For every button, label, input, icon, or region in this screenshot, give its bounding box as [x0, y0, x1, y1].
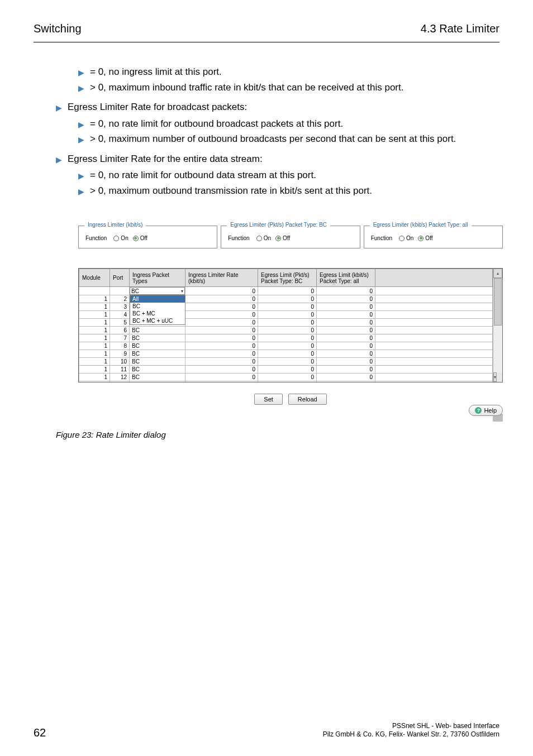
table-row[interactable]: BC▾ AllBCBC + MCBC + MC + uUC 0 0 0: [79, 287, 493, 295]
cell-ingress-type[interactable]: BC: [130, 327, 185, 334]
vertical-scrollbar[interactable]: ▴ ▾: [493, 269, 502, 382]
set-button[interactable]: Set: [254, 394, 283, 405]
section-heading: ▶ Egress Limiter Rate for the entire dat…: [56, 152, 499, 166]
cell-module: 1: [79, 303, 110, 311]
radio-off[interactable]: Off: [418, 235, 432, 241]
cell-ingress-type[interactable]: BC: [130, 374, 185, 381]
cell-egress-all[interactable]: 0: [317, 342, 375, 350]
cell-egress-bc[interactable]: 0: [258, 350, 317, 358]
table-row[interactable]: 1 10 BC 0 0 0: [79, 358, 493, 366]
cell-ingress-rate[interactable]: 0: [185, 311, 258, 319]
table-row[interactable]: 1 13 BC 0 0 0: [79, 381, 493, 383]
cell-ingress-rate[interactable]: 0: [185, 334, 258, 342]
cell-egress-bc[interactable]: 0: [258, 287, 317, 295]
cell-ingress-rate[interactable]: 0: [185, 287, 258, 295]
dialog-screenshot: Ingress Limiter (kbit/s) Function On Off…: [78, 226, 503, 422]
bullet-text: > 0, maximum outbound transmission rate …: [90, 184, 372, 198]
cell-egress-bc[interactable]: 0: [258, 311, 317, 319]
egress-all-group: Egress Limiter (kbit/s) Packet Type: all…: [364, 226, 503, 248]
table-row[interactable]: 1 6 BC 0 0 0: [79, 327, 493, 334]
cell-egress-all[interactable]: 0: [317, 327, 375, 334]
cell-ingress-type[interactable]: BC: [130, 350, 185, 358]
cell-egress-bc[interactable]: 0: [258, 295, 317, 303]
cell-spacer: [375, 319, 493, 327]
cell-egress-all[interactable]: 0: [317, 381, 375, 383]
radio-off[interactable]: Off: [133, 235, 147, 241]
ingress-type-dropdown[interactable]: BC▾ AllBCBC + MCBC + MC + uUC: [130, 287, 185, 295]
cell-egress-all[interactable]: 0: [317, 374, 375, 381]
cell-port: [110, 287, 130, 295]
dropdown-option[interactable]: BC + MC + uUC: [130, 317, 185, 324]
bullet-arrow-icon: ▶: [56, 154, 62, 166]
dropdown-option[interactable]: BC + MC: [130, 310, 185, 317]
help-button[interactable]: ? Help: [469, 405, 503, 416]
cell-ingress-rate[interactable]: 0: [185, 319, 258, 327]
cell-ingress-type[interactable]: BC: [130, 334, 185, 342]
cell-egress-bc[interactable]: 0: [258, 303, 317, 311]
col-ingress-type[interactable]: Ingress Packet Types: [130, 269, 185, 287]
bullet-arrow-icon: ▶: [56, 102, 62, 114]
cell-ingress-rate[interactable]: 0: [185, 303, 258, 311]
dropdown-list[interactable]: AllBCBC + MCBC + MC + uUC: [130, 295, 185, 325]
cell-port: 9: [110, 350, 130, 358]
dropdown-option[interactable]: All: [130, 295, 185, 303]
col-spacer: [375, 269, 493, 287]
cell-egress-all[interactable]: 0: [317, 287, 375, 295]
cell-ingress-type[interactable]: BC: [130, 366, 185, 374]
cell-port: 6: [110, 327, 130, 334]
cell-spacer: [375, 366, 493, 374]
scroll-up-button[interactable]: ▴: [493, 269, 502, 278]
cell-egress-bc[interactable]: 0: [258, 342, 317, 350]
radio-on[interactable]: On: [399, 235, 413, 241]
scroll-down-button[interactable]: ▾: [493, 372, 497, 382]
radio-off[interactable]: Off: [275, 235, 290, 241]
bullet-text: > 0, maximum number of outbound broadcas…: [90, 132, 456, 146]
reload-button[interactable]: Reload: [288, 394, 327, 405]
table-row[interactable]: 1 11 BC 0 0 0: [79, 366, 493, 374]
cell-ingress-type[interactable]: BC: [130, 342, 185, 350]
cell-egress-all[interactable]: 0: [317, 366, 375, 374]
table-row[interactable]: 1 12 BC 0 0 0: [79, 374, 493, 381]
cell-egress-all[interactable]: 0: [317, 303, 375, 311]
table-row[interactable]: 1 7 BC 0 0 0: [79, 334, 493, 342]
cell-spacer: [375, 295, 493, 303]
cell-ingress-type[interactable]: BC: [130, 358, 185, 366]
cell-egress-all[interactable]: 0: [317, 319, 375, 327]
cell-ingress-rate[interactable]: 0: [185, 358, 258, 366]
radio-on[interactable]: On: [113, 235, 128, 241]
col-module[interactable]: Module: [79, 269, 110, 287]
scroll-thumb[interactable]: [494, 278, 502, 326]
cell-egress-bc[interactable]: 0: [258, 381, 317, 383]
col-egress-bc[interactable]: Egress Limit (Pkt/s) Packet Type: BC: [258, 269, 317, 287]
table-row[interactable]: 1 8 BC 0 0 0: [79, 342, 493, 350]
bullet-text: = 0, no ingress limit at this port.: [90, 65, 222, 79]
cell-egress-all[interactable]: 0: [317, 350, 375, 358]
col-port[interactable]: Port: [110, 269, 130, 287]
cell-ingress-rate[interactable]: 0: [185, 342, 258, 350]
cell-egress-all[interactable]: 0: [317, 311, 375, 319]
cell-egress-bc[interactable]: 0: [258, 319, 317, 327]
cell-egress-bc[interactable]: 0: [258, 374, 317, 381]
cell-egress-bc[interactable]: 0: [258, 366, 317, 374]
cell-egress-all[interactable]: 0: [317, 334, 375, 342]
col-egress-all[interactable]: Egress Limit (kbit/s) Packet Type: all: [317, 269, 375, 287]
cell-ingress-rate[interactable]: 0: [185, 327, 258, 334]
col-ingress-rate[interactable]: Ingress Limiter Rate (kbit/s): [185, 269, 258, 287]
cell-ingress-rate[interactable]: 0: [185, 366, 258, 374]
cell-egress-all[interactable]: 0: [317, 295, 375, 303]
dropdown-option[interactable]: BC: [130, 303, 185, 310]
cell-ingress-rate[interactable]: 0: [185, 295, 258, 303]
section-heading: ▶ Egress Limiter Rate for broadcast pack…: [56, 100, 499, 114]
radio-on[interactable]: On: [256, 235, 271, 241]
cell-egress-all[interactable]: 0: [317, 358, 375, 366]
table-row[interactable]: 1 9 BC 0 0 0: [79, 350, 493, 358]
cell-spacer: [375, 358, 493, 366]
cell-egress-bc[interactable]: 0: [258, 334, 317, 342]
cell-ingress-rate[interactable]: 0: [185, 350, 258, 358]
cell-ingress-rate[interactable]: 0: [185, 381, 258, 383]
cell-ingress-type[interactable]: BC: [130, 381, 185, 383]
cell-ingress-rate[interactable]: 0: [185, 374, 258, 381]
cell-egress-bc[interactable]: 0: [258, 327, 317, 334]
cell-egress-bc[interactable]: 0: [258, 358, 317, 366]
ingress-limiter-group: Ingress Limiter (kbit/s) Function On Off: [78, 226, 217, 248]
